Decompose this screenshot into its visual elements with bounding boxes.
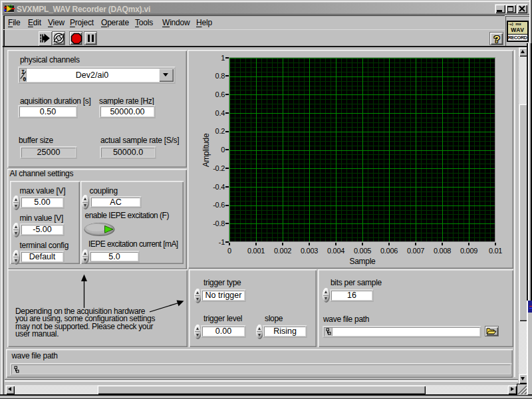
svg-text:0: 0 (23, 76, 26, 82)
